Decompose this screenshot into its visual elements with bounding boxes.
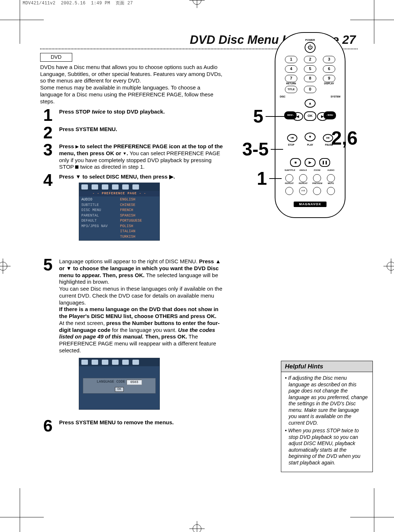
zoom-label: ZOOM bbox=[312, 169, 322, 172]
crop-mark bbox=[20, 0, 20, 44]
small-button bbox=[285, 187, 293, 195]
pref-top-icon bbox=[122, 184, 129, 190]
registration-mark bbox=[193, 524, 201, 532]
registration-mark bbox=[193, 0, 201, 5]
pref-top-icon bbox=[132, 184, 139, 190]
pref-top-icon bbox=[102, 360, 108, 365]
pref-top-icon bbox=[81, 184, 88, 190]
step-6: 6 Press SYSTEM MENU to remove the menus. bbox=[40, 418, 224, 433]
callout-text: 5 bbox=[253, 105, 263, 128]
hint-2: When you press STOP twice to stop DVD pl… bbox=[288, 428, 360, 466]
stop-label: STOP bbox=[285, 143, 297, 146]
language-code-ok: OK bbox=[115, 387, 124, 392]
pref-item: SUBTITLE bbox=[81, 203, 116, 208]
pref-iconbar bbox=[79, 183, 159, 191]
pref-item: PARENTAL bbox=[81, 213, 116, 219]
step-number: 1 bbox=[40, 108, 53, 123]
crop-mark bbox=[0, 20, 44, 20]
s5-h: for the language you want. bbox=[112, 327, 178, 333]
crop-mark bbox=[350, 517, 394, 517]
language-code-screenshot: LANGUAGE CODE OK bbox=[79, 358, 160, 410]
pref-item: MP3/JPEG NAV bbox=[81, 224, 116, 229]
pref-top-icon bbox=[81, 360, 88, 365]
pref-lang: TURKISH bbox=[120, 234, 157, 240]
crop-mark bbox=[374, 0, 374, 44]
dpad: MENU MENU ▲ ◀ OK ▶ ▼ ⏮ ⏭ bbox=[286, 100, 334, 133]
callout-5: 5 bbox=[253, 105, 285, 128]
step-number: 5 bbox=[40, 257, 53, 410]
remote-number-zero: 0 bbox=[304, 86, 316, 93]
step-1-text-b: twice bbox=[92, 108, 106, 115]
power-icon: ⏻ bbox=[305, 42, 316, 53]
registration-mark bbox=[0, 262, 7, 271]
pref-top-icon bbox=[112, 184, 119, 190]
remote-number: 2 bbox=[304, 56, 316, 63]
step-3: 3 Press ▶ to select the PREFERENCE PAGE … bbox=[40, 142, 224, 171]
step-3-text-d: twice as directed in step 1. bbox=[78, 164, 144, 170]
play-label: PLAY bbox=[304, 143, 316, 146]
mute-label: MUTE bbox=[326, 182, 336, 185]
remote-number: 9 bbox=[323, 75, 335, 82]
title-button: TITLE bbox=[285, 86, 297, 93]
step-3-text-a: Press bbox=[59, 143, 76, 149]
s5-e: If there is a menu language on the DVD t… bbox=[59, 306, 219, 319]
callout-text: 2,6 bbox=[331, 126, 358, 150]
pref-lang: POLISH bbox=[120, 224, 157, 229]
pref-iconbar bbox=[79, 358, 159, 366]
registration-mark bbox=[387, 262, 394, 271]
ok-button: OK bbox=[304, 111, 316, 121]
remote-number: 8 bbox=[304, 75, 316, 82]
small-button bbox=[313, 174, 321, 182]
crop-mark bbox=[374, 488, 374, 532]
repeat-ab-label: REPEAT bbox=[298, 182, 308, 185]
remote-number: 6 bbox=[323, 65, 335, 73]
angle-label: ANGLE bbox=[298, 169, 308, 172]
pref-lang: FRENCH bbox=[120, 208, 157, 213]
pref-lang: ITALIAN bbox=[120, 229, 157, 234]
small-button bbox=[299, 174, 307, 182]
remote-number: 5 bbox=[304, 65, 316, 73]
print-slug: MDV421/411v2 2002.5.16 1:49 PM 页面 27 bbox=[23, 1, 133, 6]
step-2-text: Press SYSTEM MENU. bbox=[59, 126, 117, 132]
disc-label: DISC bbox=[280, 95, 286, 98]
brand-logo: MAGNAVOX bbox=[294, 202, 327, 207]
dvd-label-box: DVD bbox=[40, 53, 72, 62]
stop-icon: ■ bbox=[290, 158, 301, 167]
right-arrow-icon: ▶ bbox=[317, 112, 328, 121]
intro-p1: DVDs have a Disc menu that allows you to… bbox=[40, 64, 222, 84]
pref-lang: ENGLISH bbox=[120, 197, 157, 203]
display-label: DISPLAY bbox=[323, 82, 335, 85]
callout-1: 1 bbox=[257, 167, 282, 190]
pref-lang: CHINESE bbox=[120, 203, 157, 208]
remote-number: 7 bbox=[285, 75, 297, 82]
prev-track-icon: ⏮ bbox=[287, 134, 297, 142]
small-button bbox=[327, 174, 335, 182]
step-1: 1 Press STOP twice to stop DVD playback. bbox=[40, 108, 224, 123]
crop-mark bbox=[0, 517, 44, 517]
subtitle-label: SUBTITLE bbox=[285, 169, 294, 172]
crop-mark bbox=[20, 488, 20, 532]
small-button bbox=[313, 187, 321, 195]
down-arrow-icon: ▼ bbox=[305, 133, 316, 141]
preference-page-screenshot: - - PREFERENCE PAGE - - AUDIO SUBTITLE D… bbox=[79, 183, 160, 241]
ab-button: A-B bbox=[299, 187, 307, 195]
pref-item: DISC MENU bbox=[81, 208, 116, 213]
pref-top-icon bbox=[132, 360, 139, 365]
pref-top-icon bbox=[112, 360, 119, 365]
pref-header: - - PREFERENCE PAGE - - bbox=[79, 191, 159, 196]
callout-3-5: 3-5 bbox=[242, 138, 283, 161]
return-label: RETURN bbox=[285, 82, 297, 85]
repeat-label: REPEAT bbox=[285, 182, 294, 185]
remote-number: 1 bbox=[285, 56, 297, 63]
step-1-text-a: Press STOP bbox=[59, 108, 92, 115]
callout-text: 1 bbox=[257, 167, 267, 190]
s5-a: Language options will appear to the righ… bbox=[59, 258, 199, 264]
pref-top-icon bbox=[92, 360, 98, 365]
hint-1: If adjusting the Disc menu language as d… bbox=[288, 375, 368, 426]
intro-text: DVDs have a Disc menu that allows you to… bbox=[40, 64, 224, 105]
step-4: 4 Press ▼ to select DISC MENU, then pres… bbox=[40, 173, 223, 241]
play-icon: ▶ bbox=[305, 158, 316, 167]
intro-p2: Some menus may be available in multiple … bbox=[40, 84, 213, 104]
step-number: 2 bbox=[40, 125, 53, 140]
callout-text: 3-5 bbox=[242, 138, 269, 161]
